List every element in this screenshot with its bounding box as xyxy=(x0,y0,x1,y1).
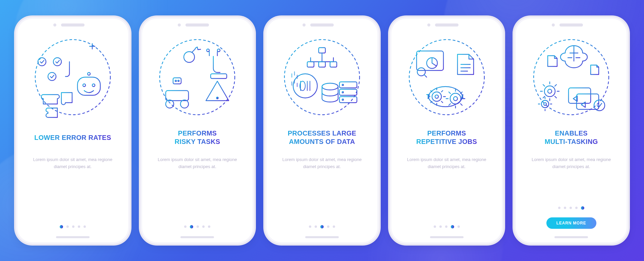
svg-point-39 xyxy=(450,93,461,104)
svg-rect-14 xyxy=(166,91,189,101)
card-title: PERFORMS REPETITIVE JOBS xyxy=(416,129,477,146)
card-bottom xyxy=(400,225,493,229)
robot-puzzle-icon xyxy=(29,34,116,121)
page-dot[interactable] xyxy=(333,225,335,228)
phone-frame: LOWER ERROR RATES Lorem ipsum dolor sit … xyxy=(17,19,128,242)
page-dot[interactable] xyxy=(309,225,311,228)
svg-point-15 xyxy=(166,100,174,108)
svg-point-13 xyxy=(217,97,218,99)
page-dot[interactable] xyxy=(60,225,63,228)
page-dot[interactable] xyxy=(570,207,572,209)
svg-rect-22 xyxy=(307,62,314,67)
page-dot[interactable] xyxy=(445,225,447,228)
svg-point-26 xyxy=(322,83,338,90)
card-bottom xyxy=(151,225,244,229)
svg-point-45 xyxy=(544,103,546,105)
svg-rect-10 xyxy=(211,74,227,79)
svg-point-31 xyxy=(342,92,343,93)
phone-screen: PERFORMS RISKY TASKS Lorem ipsum dolor s… xyxy=(142,30,253,232)
svg-point-8 xyxy=(160,40,235,115)
svg-point-6 xyxy=(83,84,86,87)
page-dot[interactable] xyxy=(197,225,199,228)
page-dot[interactable] xyxy=(184,225,186,228)
card-description: Lorem ipsum dolor sit amet, mea regione … xyxy=(155,156,239,170)
page-dot[interactable] xyxy=(190,225,193,228)
page-dot[interactable] xyxy=(66,225,69,228)
card-title: PROCESSES LARGE AMOUNTS OF DATA xyxy=(275,129,369,146)
page-dot[interactable] xyxy=(315,225,317,228)
page-dot[interactable] xyxy=(458,225,460,228)
svg-point-42 xyxy=(544,86,555,97)
svg-point-7 xyxy=(92,84,95,87)
page-dot[interactable] xyxy=(72,225,74,228)
page-dot[interactable] xyxy=(564,207,566,209)
phones-row: LOWER ERROR RATES Lorem ipsum dolor sit … xyxy=(0,0,644,261)
page-dot[interactable] xyxy=(575,207,578,209)
card-title: PERFORMS RISKY TASKS xyxy=(174,129,220,146)
page-dot[interactable] xyxy=(78,225,80,228)
card-description: Lorem ipsum dolor sit amet, mea regione … xyxy=(529,156,613,170)
svg-point-12 xyxy=(217,49,220,52)
svg-point-30 xyxy=(342,84,343,86)
svg-point-2 xyxy=(53,58,61,66)
phone-frame: PROCESSES LARGE AMOUNTS OF DATA Lorem ip… xyxy=(267,19,377,242)
card-bottom xyxy=(26,225,119,229)
page-indicator xyxy=(558,207,584,210)
svg-point-18 xyxy=(175,80,176,82)
phone-frame: ENABLES MULTI-TASKING Lorem ipsum dolor … xyxy=(516,19,627,242)
card-description: Lorem ipsum dolor sit amet, mea regione … xyxy=(405,156,489,170)
svg-point-40 xyxy=(453,97,458,101)
svg-rect-21 xyxy=(319,48,325,53)
svg-rect-24 xyxy=(330,62,337,67)
card-bottom: LEARN MORE xyxy=(525,207,618,229)
card-bottom xyxy=(275,225,369,229)
card-title: LOWER ERROR RATES xyxy=(34,129,111,146)
gears-docs-icon xyxy=(403,34,490,121)
svg-point-0 xyxy=(35,40,110,115)
page-indicator xyxy=(184,225,210,229)
svg-point-37 xyxy=(432,92,441,101)
svg-point-3 xyxy=(48,72,56,81)
phone-frame: PERFORMS REPETITIVE JOBS Lorem ipsum dol… xyxy=(391,19,502,242)
card-title: ENABLES MULTI-TASKING xyxy=(545,129,598,146)
svg-point-44 xyxy=(541,100,549,108)
phone-screen: PERFORMS REPETITIVE JOBS Lorem ipsum dol… xyxy=(391,30,502,232)
home-indicator xyxy=(56,236,90,238)
page-dot[interactable] xyxy=(208,225,210,228)
card-description: Lorem ipsum dolor sit amet, mea regione … xyxy=(31,156,115,170)
svg-point-16 xyxy=(180,100,189,108)
svg-rect-23 xyxy=(319,62,325,67)
svg-point-32 xyxy=(342,99,343,100)
brain-gears-windows-icon xyxy=(528,34,615,121)
phone-screen: ENABLES MULTI-TASKING Lorem ipsum dolor … xyxy=(516,30,627,232)
home-indicator xyxy=(305,236,339,238)
page-dot[interactable] xyxy=(439,225,442,228)
svg-point-20 xyxy=(284,40,360,115)
svg-point-19 xyxy=(178,80,179,82)
svg-point-38 xyxy=(435,95,438,98)
page-dot[interactable] xyxy=(581,206,584,210)
phone-screen: PROCESSES LARGE AMOUNTS OF DATA Lorem ip… xyxy=(267,30,377,232)
learn-more-button[interactable]: LEARN MORE xyxy=(546,217,596,229)
page-indicator xyxy=(60,225,86,229)
home-indicator xyxy=(430,236,464,238)
page-dot[interactable] xyxy=(327,225,329,228)
page-dot[interactable] xyxy=(84,225,86,228)
svg-point-48 xyxy=(594,100,605,111)
phone-screen: LOWER ERROR RATES Lorem ipsum dolor sit … xyxy=(17,30,128,232)
page-dot[interactable] xyxy=(434,225,436,228)
page-dot[interactable] xyxy=(320,225,324,228)
page-indicator xyxy=(309,225,335,229)
svg-point-43 xyxy=(548,89,552,93)
page-dot[interactable] xyxy=(202,225,205,228)
svg-point-9 xyxy=(184,52,195,62)
svg-point-11 xyxy=(207,49,209,52)
svg-rect-46 xyxy=(569,88,591,103)
page-dot[interactable] xyxy=(451,225,454,228)
page-indicator xyxy=(434,225,460,229)
home-indicator xyxy=(554,236,588,238)
robot-warning-icon xyxy=(154,34,241,121)
database-binary-icon xyxy=(278,34,366,121)
card-description: Lorem ipsum dolor sit amet, mea regione … xyxy=(280,156,364,170)
page-dot[interactable] xyxy=(558,207,560,209)
